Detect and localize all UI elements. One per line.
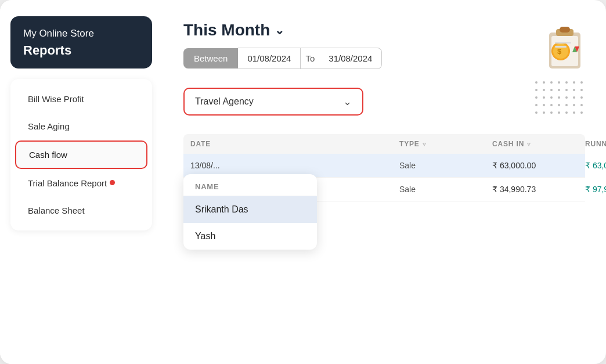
clipboard-illustration: $ [539, 21, 585, 67]
decorative-dot [543, 81, 545, 84]
decorative-dot [558, 96, 560, 99]
sidebar-header: My Online Store Reports [10, 16, 152, 69]
decorative-dot [535, 96, 538, 99]
sidebar-item-cash-flow[interactable]: Cash flow [15, 140, 147, 169]
chevron-down-icon: ⌄ [343, 95, 352, 108]
decorative-dot [565, 111, 568, 114]
decorative-dot [543, 104, 545, 106]
decorative-dot [550, 89, 553, 91]
decorative-dot [580, 81, 583, 84]
decorative-dot [573, 89, 575, 91]
decorative-dot [535, 89, 538, 91]
decorative-dot [580, 89, 583, 91]
svg-text:$: $ [557, 47, 562, 56]
cell-running: ₹ 63,000.00 [578, 161, 606, 170]
decorative-dot [558, 111, 560, 114]
sidebar-item-label: Sale Aging [28, 121, 70, 131]
chevron-down-icon: ⌄ [275, 23, 284, 37]
sidebar-item-label: Cash flow [29, 150, 67, 160]
decorative-dot [550, 81, 553, 84]
decorative-dot [573, 81, 575, 84]
name-item-label: Srikanth Das [195, 204, 248, 214]
month-label: This Month [183, 21, 270, 39]
sidebar-item-sale-aging[interactable]: Sale Aging [15, 113, 147, 139]
month-title[interactable]: This Month ⌄ [183, 21, 382, 39]
notification-dot [110, 180, 115, 185]
decorative-dot [543, 89, 545, 91]
cell-type: Sale [392, 161, 485, 170]
filter-icon[interactable]: ▿ [527, 140, 531, 148]
sidebar-item-bill-wise-profit[interactable]: Bill Wise Profit [15, 86, 147, 112]
svg-rect-4 [560, 27, 570, 33]
decorative-dot [558, 104, 560, 106]
decorative-dot [565, 81, 568, 84]
svg-rect-10 [555, 42, 571, 44]
dropdown-selected-value: Travel Agency [195, 96, 254, 107]
decorative-dot [535, 81, 538, 84]
decorative-dot [543, 111, 545, 114]
from-date-field[interactable]: 01/08/2024 [238, 48, 301, 69]
cell-type: Sale [392, 185, 485, 194]
col-cash-in: CASH IN ▿ [485, 140, 578, 148]
decorative-dot [550, 104, 553, 106]
col-running: RUNNING ... ▿ [578, 140, 606, 148]
name-dropdown-header: NAME [183, 174, 317, 196]
decorative-dot [550, 96, 553, 99]
name-dropdown-item-yash[interactable]: Yash [183, 223, 317, 250]
reports-label: Reports [23, 43, 139, 58]
svg-rect-11 [555, 46, 567, 48]
decorative-dot [580, 111, 583, 114]
decorative-dot [558, 81, 560, 84]
cell-cash-in: ₹ 63,000.00 [485, 161, 578, 170]
decorative-dot [565, 104, 568, 106]
date-row: Between 01/08/2024 To 31/08/2024 [183, 48, 382, 69]
category-dropdown[interactable]: Travel Agency ⌄ [183, 88, 363, 116]
cell-cash-in: ₹ 34,990.73 [485, 185, 578, 194]
decorative-dot [580, 104, 583, 106]
decorative-dot [580, 96, 583, 99]
decorative-dot [573, 96, 575, 99]
sidebar-item-label: Balance Sheet [28, 206, 85, 215]
name-dropdown-item-srikanth[interactable]: Srikanth Das [183, 196, 317, 223]
main-header: This Month ⌄ Between 01/08/2024 To 31/08… [183, 21, 585, 126]
name-dropdown-popup: NAME Srikanth Das Yash [183, 174, 317, 250]
sidebar: My Online Store Reports Bill Wise Profit… [0, 0, 163, 364]
decorative-dot [565, 89, 568, 91]
name-item-label: Yash [195, 231, 215, 241]
dropdown-row: Travel Agency ⌄ [183, 88, 382, 116]
sidebar-item-label: Trial Balance Report [28, 178, 107, 188]
decorative-dot [535, 111, 538, 114]
sidebar-item-trial-balance[interactable]: Trial Balance Report [15, 170, 147, 196]
to-date-field[interactable]: 31/08/2024 [319, 48, 382, 69]
decorative-dot [535, 104, 538, 106]
table-header: DATE TYPE ▿ CASH IN ▿ RUNNING ... ▿ [183, 134, 585, 154]
decorative-dot [558, 89, 560, 91]
sidebar-item-balance-sheet[interactable]: Balance Sheet [15, 197, 147, 224]
col-name [265, 140, 392, 148]
sidebar-menu: Bill Wise Profit Sale Aging Cash flow Tr… [10, 79, 152, 230]
decorative-dot [573, 104, 575, 106]
cell-date: 13/08/... [183, 161, 265, 170]
decorative-dot [565, 96, 568, 99]
cell-running: ₹ 97,990.73 [578, 185, 606, 194]
between-badge: Between [183, 48, 238, 69]
decorative-dots: // dots rendered inline below [535, 81, 585, 116]
col-date: DATE [183, 140, 265, 148]
sidebar-item-label: Bill Wise Profit [28, 94, 84, 104]
store-name: My Online Store [23, 28, 139, 39]
main-content: This Month ⌄ Between 01/08/2024 To 31/08… [163, 0, 606, 364]
decorative-dot [543, 96, 545, 99]
decorative-dot [573, 111, 575, 114]
to-label: To [301, 48, 319, 69]
decorative-dot [550, 111, 553, 114]
filter-icon[interactable]: ▿ [423, 140, 427, 148]
col-type: TYPE ▿ [392, 140, 485, 148]
